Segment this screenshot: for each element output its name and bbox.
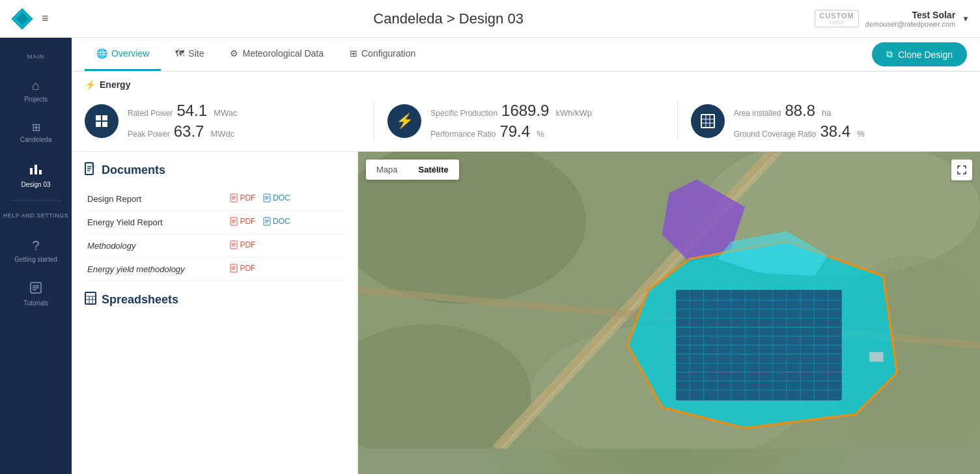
clone-icon: ⧉ [886,49,893,60]
doc-links-design-report: PDF DOC [227,188,344,211]
stat-block-area: Area installed 88.8 ha Ground Coverage R… [691,102,967,141]
doc-row-design-report: Design Report PDF DOC [85,188,344,211]
production-icon-circle: ⚡ [387,104,421,138]
production-stat-details: Specific Production 1689.9 kWh/kWp Perfo… [430,102,592,141]
svg-rect-84 [869,352,883,362]
documents-table: Design Report PDF DOC [85,188,344,281]
spreadsheets-title: Spreadsheets [85,292,344,308]
stat-block-power: Rated Power 54.1 MWac Peak Power 63.7 MW… [85,102,361,141]
user-name: Test Solar [865,10,955,20]
clone-design-button[interactable]: ⧉ Clone Design [872,42,967,66]
svg-rect-11 [96,122,101,127]
main-layout: MAIN ⌂ Projects ⊞ Candeleda Design 03 HE… [0,38,980,474]
map-controls: Mapa Satélite [366,160,459,180]
doc-doc-energy-yield[interactable]: DOC [263,217,290,226]
documents-icon [85,162,96,178]
area-icon-circle [691,104,725,138]
doc-pdf-design-report[interactable]: PDF [230,193,255,202]
home-icon: ⌂ [32,78,40,93]
doc-links-energy-yield-methodology: PDF [227,258,344,281]
area-installed-row: Area installed 88.8 ha [734,102,865,120]
tabs-left: 🌐 Overview 🗺 Site ⚙ Meteorological Data … [85,38,427,71]
sidebar: MAIN ⌂ Projects ⊞ Candeleda Design 03 HE… [0,38,72,474]
sidebar-item-design03[interactable]: Design 03 [0,152,72,197]
sidebar-item-help-label: HELP AND SETTINGS [0,203,72,229]
bottom-content: Documents Design Report PDF [72,152,980,474]
logo-icon [10,7,34,31]
map-fullscreen-button[interactable] [951,160,972,180]
doc-row-methodology: Methodology PDF [85,234,344,258]
config-tab-icon: ⊞ [350,48,357,59]
rated-power-row: Rated Power 54.1 MWac [128,102,237,120]
performance-ratio-row: Performance Ratio 79.4 % [430,122,592,141]
energy-section-header: ⚡ Energy [72,72,980,95]
chart-icon [29,161,43,178]
question-icon: ? [32,238,39,253]
svg-rect-2 [30,168,33,174]
user-email: demouser@ratedpower.com [865,20,955,28]
doc-links-energy-yield: PDF DOC [227,211,344,234]
doc-name-methodology: Methodology [85,234,227,258]
sidebar-item-getting-started[interactable]: ? Getting started [0,229,72,272]
documents-title: Documents [85,162,344,178]
tab-configuration[interactable]: ⊞ Configuration [338,38,427,71]
peak-power-row: Peak Power 63.7 MWdc [128,122,237,141]
doc-row-energy-yield: Energy Yield Report PDF DOC [85,211,344,234]
sidebar-item-tutorials[interactable]: Tutorials [0,272,72,316]
map-panel: Mapa Satélite [358,152,980,474]
specific-production-row: Specific Production 1689.9 kWh/kWp [430,102,592,120]
svg-rect-3 [35,165,37,174]
doc-name-energy-yield-methodology: Energy yield methodology [85,258,227,281]
map-solar-svg [358,152,980,449]
doc-pdf-energy-yield-methodology[interactable]: PDF [230,264,255,273]
map-mapa-button[interactable]: Mapa [366,160,408,180]
spreadsheets-icon [85,292,96,308]
doc-links-methodology: PDF [227,234,344,258]
svg-rect-12 [102,122,107,127]
page-title: Candeleda > Design 03 [82,10,815,27]
area-stat-details: Area installed 88.8 ha Ground Coverage R… [734,102,865,141]
doc-pdf-methodology[interactable]: PDF [230,240,255,249]
logo-area: ≡ [10,7,82,31]
stats-row: Rated Power 54.1 MWac Peak Power 63.7 MW… [72,95,980,152]
site-tab-icon: 🗺 [175,48,184,59]
stat-block-production: ⚡ Specific Production 1689.9 kWh/kWp Per… [387,102,664,141]
tab-meteorological[interactable]: ⚙ Meteorological Data [218,38,335,71]
tab-bar: 🌐 Overview 🗺 Site ⚙ Meteorological Data … [72,38,980,72]
svg-rect-4 [39,170,42,174]
tutorials-icon [29,281,42,297]
doc-name-energy-yield: Energy Yield Report [85,211,227,234]
doc-name-design-report: Design Report [85,188,227,211]
doc-pdf-energy-yield[interactable]: PDF [230,217,255,226]
top-header: ≡ Candeleda > Design 03 CUSTOM LOGO Test… [0,0,980,38]
gcr-row: Ground Coverage Ratio 38.4 % [734,122,865,141]
svg-rect-10 [102,115,107,120]
stat-separator-2 [677,102,678,141]
custom-logo-badge: CUSTOM LOGO [815,10,858,27]
tab-overview[interactable]: 🌐 Overview [85,38,161,71]
hamburger-icon[interactable]: ≡ [42,12,49,25]
svg-rect-9 [96,115,101,120]
energy-icon: ⚡ [85,79,96,90]
svg-rect-47 [85,292,96,304]
stat-separator-1 [374,102,374,141]
grid-icon: ⊞ [32,121,40,133]
sidebar-item-candeleda[interactable]: ⊞ Candeleda [0,112,72,152]
documents-panel: Documents Design Report PDF [72,152,358,474]
svg-rect-13 [701,115,714,128]
header-right: CUSTOM LOGO Test Solar demouser@ratedpow… [815,10,970,28]
content-area: 🌐 Overview 🗺 Site ⚙ Meteorological Data … [72,38,980,474]
tab-site[interactable]: 🗺 Site [163,38,216,71]
sidebar-divider-1 [11,200,61,201]
sidebar-item-projects[interactable]: ⌂ Projects [0,69,72,112]
sidebar-item-main: MAIN [0,44,72,69]
overview-tab-icon: 🌐 [96,48,107,59]
power-stat-details: Rated Power 54.1 MWac Peak Power 63.7 MW… [128,102,237,141]
doc-row-energy-yield-methodology: Energy yield methodology PDF [85,258,344,281]
meteo-tab-icon: ⚙ [230,48,238,59]
map-satelite-button[interactable]: Satélite [408,160,459,180]
user-info: Test Solar demouser@ratedpower.com [865,10,955,28]
doc-doc-design-report[interactable]: DOC [263,193,290,202]
user-dropdown-arrow[interactable]: ▼ [962,14,970,23]
power-icon-circle [85,104,119,138]
